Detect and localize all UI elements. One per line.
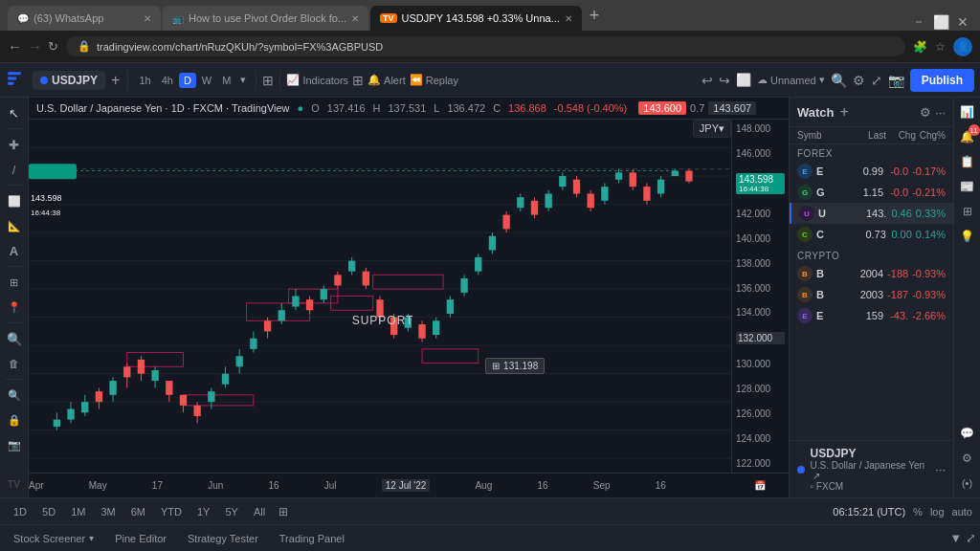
add-symbol-button[interactable]: + [109,72,122,89]
tf-m[interactable]: M [217,73,235,88]
watch-add-button[interactable]: + [840,103,849,121]
symbol-selector[interactable]: USDJPY [33,71,105,90]
watch-options-icon[interactable]: ⚙ [920,105,931,120]
close-icon[interactable]: ✕ [351,13,359,24]
snapshot-button[interactable]: 📷 [888,73,904,88]
close-window-icon[interactable]: ✕ [957,14,969,30]
tf-w[interactable]: W [197,73,216,88]
measure-tool[interactable]: 📍 [3,296,26,319]
watch-item-gbpusd[interactable]: G G 1.15 -0.0 -0.21% [790,182,953,203]
panel-expand-button[interactable]: ⤢ [966,531,976,545]
price-label: 136.000 [736,283,785,294]
tf-4h[interactable]: 4h [157,73,178,88]
watch-item-eth[interactable]: E E 159 -43. -2.66% [790,305,953,326]
indicators-button[interactable]: 📈 Indicators [286,74,348,86]
replay-button[interactable]: ⏪ Replay [410,74,458,86]
extensions-icon[interactable]: 🧩 [913,40,927,54]
currency-selector[interactable]: JPY▾ [693,120,731,138]
percent-toggle[interactable]: % [913,506,923,518]
svg-rect-87 [517,197,523,208]
timeframe-5d[interactable]: 5D [36,504,61,519]
fr-ideas-icon[interactable]: 💡 [957,226,978,247]
cursor-tool[interactable]: ↖ [3,101,26,124]
exchange-icon[interactable]: ↗ [813,471,820,481]
publish-button[interactable]: Publish [910,69,974,92]
fullscreen-button[interactable]: ⬜ [736,73,751,87]
time-label-apr: Apr [29,480,44,491]
profile-icon[interactable]: 👤 [953,37,972,56]
fr-chat-icon[interactable]: 💬 [957,423,978,444]
pattern-tool[interactable]: ⊞ [3,271,26,294]
magnet-tool[interactable]: 🔍 [3,384,26,407]
redo-button[interactable]: ↪ [719,73,730,88]
tab-stock-screener[interactable]: Stock Screener ▾ [4,529,103,548]
compare-icon[interactable]: ⊞ [278,505,288,518]
svg-rect-27 [96,391,102,402]
tab-strategy-tester[interactable]: Strategy Tester [178,529,268,548]
address-field[interactable]: 🔒 tradingview.com/chart/nRuzQKUh/?symbol… [66,36,905,56]
watch-item-usdjpy[interactable]: U U 143. 0.46 0.33% [790,203,953,224]
tab-trading-panel[interactable]: Trading Panel [270,529,354,548]
shape-tool[interactable]: ⬜ [3,189,26,212]
timeframe-1m[interactable]: 1M [65,504,91,519]
alert-button[interactable]: 🔔 Alert [368,74,406,86]
tf-more[interactable]: ▾ [236,72,250,88]
undo-button[interactable]: ↩ [702,73,713,88]
timeframe-all[interactable]: All [248,504,271,519]
watch-item-btc2[interactable]: B B 2003 -187 -0.93% [790,284,953,305]
new-tab-button[interactable]: + [584,6,606,26]
tf-1h[interactable]: 1h [134,73,155,88]
back-button[interactable]: ← [8,38,22,55]
timeframe-1d[interactable]: 1D [8,504,33,519]
fr-watchlist-icon[interactable]: 📋 [957,151,978,172]
tab-whatsapp[interactable]: 💬 (63) WhatsApp ✕ [8,6,161,31]
timeframe-1y[interactable]: 1Y [191,504,215,519]
text-tool[interactable]: A [3,239,26,262]
panel-collapse-button[interactable]: ▼ [949,531,962,545]
eth-chg: -43. [887,310,908,321]
timeframe-6m[interactable]: 6M [125,504,151,519]
strategy-button[interactable]: ⊞ [352,73,364,88]
refresh-button[interactable]: ↻ [48,39,58,54]
tf-d[interactable]: D [179,73,196,88]
fib-tool[interactable]: 📐 [3,214,26,237]
draw-tool[interactable]: / [3,158,26,181]
expand-button[interactable]: ⤢ [871,73,882,88]
close-icon[interactable]: ✕ [144,13,151,24]
watch-item-cadchf[interactable]: C C 0.73 0.00 0.14% [790,224,953,245]
fr-radio-icon[interactable]: (•) [957,473,978,494]
fr-news-icon[interactable]: 📰 [957,176,978,197]
calendar-icon[interactable]: 📅 [754,480,766,491]
tab-pivot[interactable]: 📺 How to use Pivot Order Block fo... ✕ [163,6,368,31]
lock-tool[interactable]: 🔒 [3,408,26,431]
watch-item-btc1[interactable]: B B 2004 -188 -0.93% [790,263,953,284]
minimize-icon[interactable]: － [912,13,925,31]
log-toggle[interactable]: log [930,506,945,518]
bar-type-button[interactable]: ⊞ [262,73,274,88]
close-icon[interactable]: ✕ [565,13,572,24]
auto-toggle[interactable]: auto [952,506,972,518]
timeframe-5y[interactable]: 5Y [219,504,243,519]
zoom-tool[interactable]: 🔍 [3,327,26,350]
fr-bell-icon[interactable]: 🔔 11 [957,126,978,147]
screenshot-tool[interactable]: 📷 [3,433,26,456]
tab-usdjpy[interactable]: TV USDJPY 143.598 +0.33% Unna... ✕ [370,6,582,31]
chart-canvas[interactable]: SUPPORT 143.598 16:44:38 ⊞ 131.198 [29,120,731,473]
timeframe-ytd[interactable]: YTD [155,504,188,519]
fr-chart-icon[interactable]: 📊 [957,101,978,122]
fr-data-icon[interactable]: ⊞ [957,201,978,222]
settings-button[interactable]: ⚙ [853,73,865,88]
watch-more-icon[interactable]: ··· [935,105,946,120]
erase-tool[interactable]: 🗑 [3,352,26,375]
tab-pine-editor[interactable]: Pine Editor [105,529,176,548]
crosshair-tool[interactable]: ✚ [3,133,26,156]
watch-item-eurusd[interactable]: E E 0.99 -0.0 -0.17% [790,161,953,182]
bottom-more-button[interactable]: ··· [935,462,946,476]
fr-settings-icon[interactable]: ⚙ [957,448,978,469]
cloud-save-button[interactable]: ☁ Unnamed ▾ [757,74,825,86]
maximize-icon[interactable]: ⬜ [933,14,949,30]
search-button[interactable]: 🔍 [831,73,847,88]
bookmark-icon[interactable]: ☆ [935,40,946,54]
timeframe-3m[interactable]: 3M [95,504,121,519]
forward-button[interactable]: → [28,38,42,55]
